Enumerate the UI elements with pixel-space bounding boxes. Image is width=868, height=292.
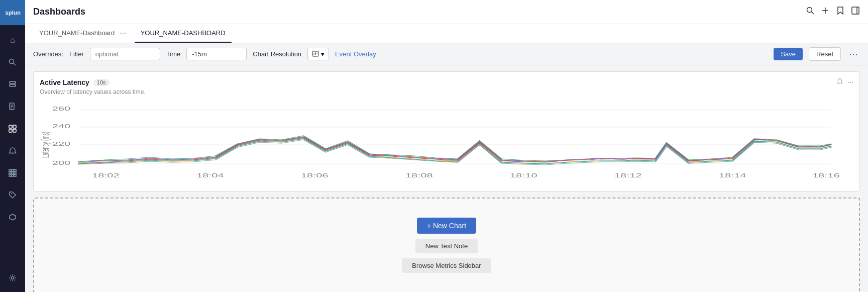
filter-input[interactable]	[90, 48, 160, 60]
bookmark-icon[interactable]	[836, 6, 845, 18]
chart-svg-container: 260 240 220 200 Latency (ms) 18:02 18:04…	[40, 100, 853, 185]
chart-badge: 10s	[93, 79, 110, 86]
svg-text:18:08: 18:08	[405, 173, 433, 178]
chart-header: Active Latency 10s ···	[40, 78, 853, 86]
svg-rect-22	[9, 174, 11, 176]
time-label: Time	[166, 50, 180, 58]
svg-text:18:02: 18:02	[92, 173, 120, 178]
svg-rect-19	[9, 172, 11, 174]
time-input[interactable]	[186, 48, 247, 60]
svg-rect-14	[13, 129, 16, 132]
chart-more-icon[interactable]: ···	[847, 78, 853, 86]
svg-rect-16	[9, 169, 11, 171]
sidebar-item-grid[interactable]	[3, 163, 23, 183]
sidebar-item-dashboards[interactable]	[3, 119, 23, 139]
svg-line-29	[812, 12, 814, 15]
sidebar: splunk> ⌂	[0, 0, 25, 292]
chart-panel: Active Latency 10s ··· Overview of laten…	[33, 71, 860, 191]
svg-text:18:14: 18:14	[719, 173, 746, 178]
svg-rect-17	[12, 169, 14, 171]
search-icon[interactable]	[806, 6, 815, 18]
svg-text:18:04: 18:04	[196, 173, 224, 178]
more-options-icon[interactable]: ⋯	[847, 49, 860, 60]
tab-dots-1[interactable]: ···	[118, 29, 128, 38]
sidebar-item-alerts[interactable]	[3, 141, 23, 161]
sidebar-item-integrations[interactable]	[3, 207, 23, 227]
svg-text:18:16: 18:16	[812, 173, 840, 178]
svg-text:18:12: 18:12	[614, 173, 642, 178]
sidebar-item-tags[interactable]	[3, 185, 23, 205]
header-icons	[806, 6, 860, 18]
tab-your-name-dashboard-active[interactable]: YOUR_NAME-DASHBOARD	[135, 24, 232, 43]
chart-res-label: Chart Resolution	[253, 50, 301, 58]
svg-rect-13	[9, 129, 12, 132]
dashboard-content: Active Latency 10s ··· Overview of laten…	[25, 65, 868, 292]
chart-res-chevron-icon: ▾	[321, 50, 324, 58]
svg-text:200: 200	[52, 160, 71, 166]
sidebar-item-reports[interactable]	[3, 96, 23, 117]
svg-rect-23	[12, 174, 14, 176]
svg-marker-26	[10, 214, 16, 220]
reset-button[interactable]: Reset	[809, 47, 841, 61]
chart-title: Active Latency	[40, 78, 89, 86]
svg-rect-18	[14, 169, 16, 171]
override-bar: Overrides: Filter Time Chart Resolution …	[25, 43, 868, 65]
svg-point-6	[15, 85, 16, 86]
svg-text:splunk>: splunk>	[5, 10, 21, 16]
page-title: Dashboards	[33, 7, 806, 17]
svg-rect-21	[14, 172, 16, 174]
event-overlay-link[interactable]: Event Overlay	[335, 50, 376, 58]
panel-icon[interactable]	[851, 6, 860, 18]
overrides-label: Overrides:	[33, 50, 63, 58]
svg-point-5	[15, 82, 16, 83]
svg-line-2	[14, 63, 16, 66]
svg-rect-32	[852, 7, 859, 14]
svg-text:220: 220	[52, 141, 71, 147]
sidebar-item-infrastructure[interactable]	[3, 74, 23, 94]
sidebar-item-settings[interactable]	[3, 268, 23, 288]
svg-point-27	[12, 277, 14, 279]
tab-your-name-dashboard[interactable]: YOUR_NAME-Dashboard ···	[33, 24, 135, 43]
svg-text:Latency (ms): Latency (ms)	[40, 132, 50, 158]
svg-text:240: 240	[52, 124, 71, 129]
chart-bell-icon[interactable]	[836, 78, 843, 86]
chart-resolution-button[interactable]: ▾	[307, 48, 329, 60]
svg-point-28	[807, 8, 812, 13]
app-logo[interactable]: splunk>	[0, 0, 25, 25]
chart-svg: 260 240 220 200 Latency (ms) 18:02 18:04…	[40, 100, 853, 185]
svg-text:18:10: 18:10	[510, 173, 537, 178]
browse-metrics-button[interactable]: Browse Metrics Sidebar	[402, 258, 491, 273]
tab-bar: YOUR_NAME-Dashboard ··· YOUR_NAME-DASHBO…	[25, 24, 868, 43]
svg-rect-20	[12, 172, 14, 174]
chart-subtitle: Overview of latency values across time.	[40, 88, 853, 95]
sidebar-item-home[interactable]: ⌂	[3, 30, 23, 50]
svg-point-25	[11, 193, 12, 194]
svg-rect-12	[13, 125, 16, 128]
new-chart-button[interactable]: + New Chart	[417, 218, 476, 234]
new-text-note-button[interactable]: New Text Note	[415, 239, 478, 253]
svg-rect-24	[14, 174, 16, 176]
svg-text:260: 260	[52, 106, 71, 112]
save-button[interactable]: Save	[774, 48, 803, 60]
filter-label: Filter	[69, 50, 84, 58]
sidebar-item-search[interactable]	[3, 52, 23, 72]
add-panel: + New Chart New Text Note Browse Metrics…	[33, 198, 860, 292]
add-icon[interactable]	[821, 6, 830, 18]
svg-rect-11	[9, 125, 12, 128]
main-content: Dashboards YOUR_NAME-Dashboard ··· YOUR_…	[25, 0, 868, 292]
svg-point-1	[10, 59, 14, 64]
svg-text:18:06: 18:06	[301, 173, 329, 178]
chart-header-actions: ···	[836, 78, 853, 86]
top-header: Dashboards	[25, 0, 868, 24]
